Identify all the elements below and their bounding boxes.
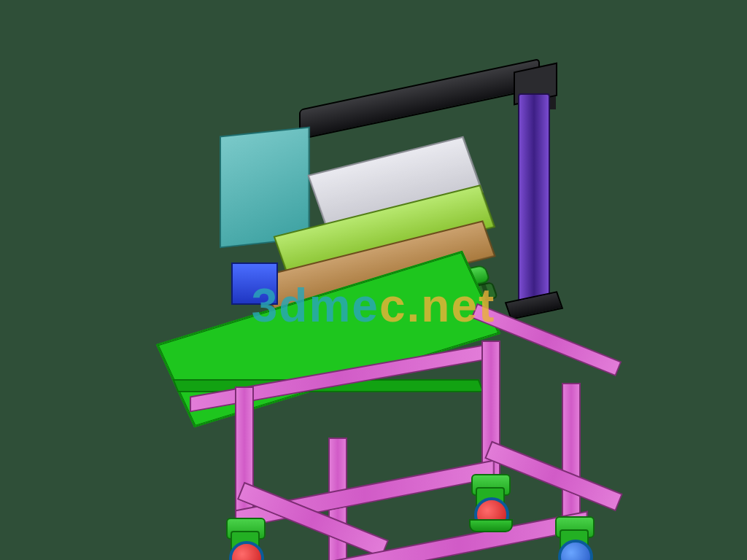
gantry-horizontal-arm [299, 58, 540, 140]
gantry-base-plate [505, 291, 563, 320]
actuator-block [231, 262, 278, 305]
caster-foot [469, 519, 513, 532]
gantry-vertical-column [518, 93, 550, 305]
render-stage: 3dmec.net [0, 0, 747, 560]
caster-front-right [467, 474, 512, 526]
caster-front-left [222, 518, 267, 560]
isometric-scene [153, 44, 591, 525]
caster-back-right [551, 516, 596, 560]
